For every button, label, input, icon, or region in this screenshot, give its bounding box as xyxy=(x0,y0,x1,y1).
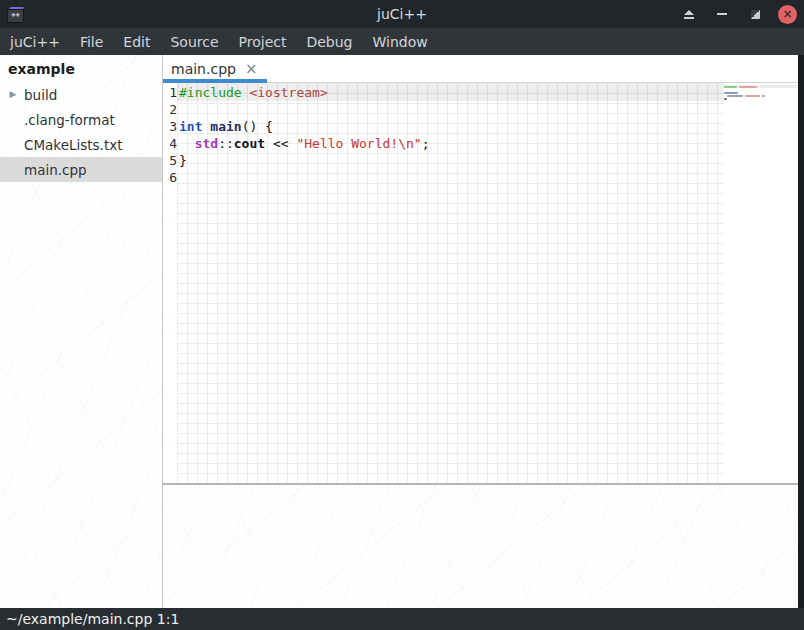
shade-button[interactable] xyxy=(679,4,699,24)
content-area: example ▶build.clang-formatCMakeLists.tx… xyxy=(0,55,804,608)
tab-main-cpp[interactable]: main.cpp × xyxy=(163,55,267,82)
code-line-3[interactable]: int main() { xyxy=(177,118,724,135)
menubar: juCi++FileEditSourceProjectDebugWindow xyxy=(0,28,804,55)
menu-edit[interactable]: Edit xyxy=(123,31,150,53)
token-plain: :: xyxy=(218,136,234,151)
titlebar: ++ juCi++ × xyxy=(0,0,804,28)
menu-file[interactable]: File xyxy=(80,31,103,53)
menu-project[interactable]: Project xyxy=(239,31,287,53)
token-plain: () { xyxy=(242,119,273,134)
line-number-gutter: 123456 xyxy=(163,83,177,483)
status-file-position: ~/example/main.cpp 1:1 xyxy=(6,611,179,627)
minimap-segment xyxy=(745,95,760,97)
expander-icon[interactable]: ▶ xyxy=(5,82,21,107)
tree-item-build[interactable]: ▶build xyxy=(0,82,162,107)
minimap-segment xyxy=(724,86,737,88)
tab-close-icon[interactable]: × xyxy=(245,62,258,76)
line-number: 6 xyxy=(163,169,177,186)
minimap-segment xyxy=(739,86,757,88)
token-member: cout xyxy=(234,136,265,151)
statusbar: ~/example/main.cpp 1:1 xyxy=(0,608,804,630)
token-include_path: <iostream> xyxy=(249,85,327,100)
token-keyword: int xyxy=(179,119,202,134)
project-root[interactable]: example xyxy=(0,55,162,82)
minimap-row xyxy=(724,100,798,103)
window-controls: × xyxy=(679,4,804,24)
token-plain: ; xyxy=(422,136,430,151)
minimap-segment xyxy=(724,92,738,94)
menu-juci-[interactable]: juCi++ xyxy=(10,31,60,53)
terminal-panel[interactable] xyxy=(163,485,798,608)
menu-window[interactable]: Window xyxy=(373,31,428,53)
code-line-6[interactable] xyxy=(177,169,724,186)
code-area[interactable]: #include <iostream>int main() { std::cou… xyxy=(177,83,724,483)
token-plain: << xyxy=(265,136,296,151)
line-number: 1 xyxy=(163,84,177,101)
tree-item-label: build xyxy=(21,87,57,103)
line-number: 4 xyxy=(163,135,177,152)
tab-label: main.cpp xyxy=(171,61,236,77)
tree-item--clang-format[interactable]: .clang-format xyxy=(0,107,162,132)
token-plain: } xyxy=(179,153,187,168)
line-number: 5 xyxy=(163,152,177,169)
vertical-scrollbar[interactable] xyxy=(798,55,804,608)
token-namespace: std xyxy=(195,136,218,151)
token-string: "Hello World!\n" xyxy=(296,136,421,151)
minimap[interactable] xyxy=(724,83,798,483)
minimap-segment xyxy=(724,98,727,100)
tree-item-cmakelists-txt[interactable]: CMakeLists.txt xyxy=(0,132,162,157)
minimize-icon xyxy=(717,13,727,15)
tree-item-label: CMakeLists.txt xyxy=(21,137,123,153)
file-tree-sidebar: example ▶build.clang-formatCMakeLists.tx… xyxy=(0,55,163,608)
app-window: ++ juCi++ × juCi++FileEditSourceProjectD… xyxy=(0,0,804,630)
editor-pane: main.cpp × 123456 #include <iostream>int… xyxy=(163,55,798,608)
code-line-5[interactable]: } xyxy=(177,152,724,169)
menu-source[interactable]: Source xyxy=(170,31,218,53)
tabbar: main.cpp × xyxy=(163,55,798,83)
restore-button[interactable] xyxy=(745,4,765,24)
juci-logo-icon: ++ xyxy=(7,6,27,22)
code-line-4[interactable]: std::cout << "Hello World!\n"; xyxy=(177,135,724,152)
token-function: main xyxy=(210,119,241,134)
tree-item-label: .clang-format xyxy=(21,112,115,128)
close-button[interactable]: × xyxy=(778,5,797,24)
code-line-2[interactable] xyxy=(177,101,724,118)
code-line-1[interactable]: #include <iostream> xyxy=(177,84,724,101)
eject-icon xyxy=(684,10,694,19)
menu-debug[interactable]: Debug xyxy=(306,31,352,53)
file-tree: ▶build.clang-formatCMakeLists.txtmain.cp… xyxy=(0,82,162,182)
tree-item-label: main.cpp xyxy=(21,162,87,178)
line-number: 2 xyxy=(163,101,177,118)
tree-item-main-cpp[interactable]: main.cpp xyxy=(0,157,162,182)
minimap-segment xyxy=(727,95,743,97)
line-number: 3 xyxy=(163,118,177,135)
source-editor[interactable]: 123456 #include <iostream>int main() { s… xyxy=(163,83,798,483)
token-preprocessor: #include xyxy=(179,85,242,100)
restore-icon xyxy=(751,10,760,19)
token-plain xyxy=(179,136,195,151)
minimize-button[interactable] xyxy=(712,4,732,24)
minimap-segment xyxy=(762,95,765,97)
